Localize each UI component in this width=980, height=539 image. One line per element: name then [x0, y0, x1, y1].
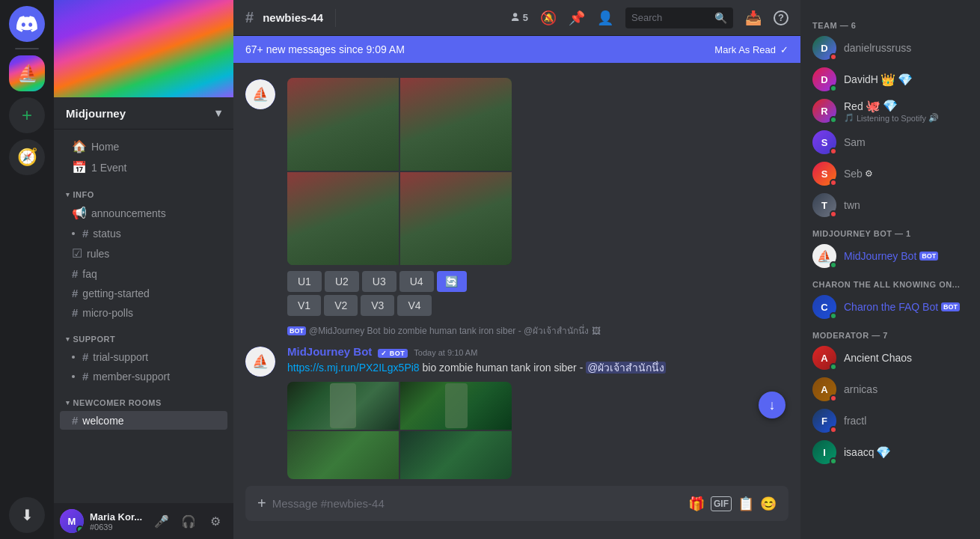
variation-2-button[interactable]: V2 [324, 295, 358, 316]
member-arnicas[interactable]: A arnicas [806, 374, 974, 404]
new-messages-banner[interactable]: 67+ new messages since 9:09 AM Mark As R… [233, 36, 800, 63]
action-buttons-row1: U1 U2 U3 U4 🔄 [287, 271, 788, 292]
refresh-button[interactable]: 🔄 [437, 271, 467, 292]
member-danielrussruss[interactable]: D danielrussruss [806, 33, 974, 63]
member-avatar: ⛵ [812, 244, 836, 268]
channel-faq[interactable]: # faq [60, 264, 227, 283]
upscale-4-button[interactable]: U4 [399, 271, 434, 292]
message-content-2: MidJourney Bot ✓ BOT Today at 9:10 AM ht… [287, 345, 788, 479]
add-content-button[interactable]: + [257, 486, 266, 521]
collapse-icon: ▾ [66, 191, 70, 198]
gem-icon: 💎 [898, 73, 913, 87]
bot-inline-indicator: BOT @MidJourney Bot bio zombie human tan… [233, 322, 800, 342]
sidebar-item-events[interactable]: 📅 1 Event [60, 157, 227, 177]
sidebar-footer: M Maria Kor... #0639 🎤 🎧 ⚙ [54, 503, 233, 539]
bot-mention: @MidJourney Bot [309, 326, 381, 336]
message-input[interactable] [272, 488, 682, 519]
mic-icon[interactable]: 🎤 [150, 509, 174, 533]
message-group-2: ⛵ MidJourney Bot ✓ BOT Today at 9:10 AM … [233, 342, 800, 485]
image-grid-2 [287, 382, 512, 479]
hash-icon: # [72, 267, 78, 280]
search-input[interactable] [631, 12, 710, 23]
mark-as-read-button[interactable]: Mark As Read ✓ [714, 44, 788, 55]
upscale-2-button[interactable]: U2 [325, 271, 359, 292]
grid-image-7 [287, 431, 399, 479]
member-avatar: S [812, 162, 836, 186]
channel-hash-icon: # [245, 9, 254, 26]
channel-status[interactable]: # status [60, 224, 227, 243]
sticker-icon[interactable]: 📋 [738, 496, 754, 512]
member-charon[interactable]: C Charon the FAQ Bot BOT [806, 292, 974, 322]
midjourney-server-icon[interactable]: ⛵ [9, 55, 45, 91]
member-name: DavidH [844, 73, 878, 85]
message-content: U1 U2 U3 U4 🔄 V1 V2 V3 V4 [287, 78, 788, 316]
channel-micro-polls[interactable]: # micro-polls [60, 303, 227, 322]
channel-rules[interactable]: ☑ rules [60, 243, 227, 264]
channel-member-support[interactable]: # member-support [60, 367, 227, 386]
member-davidh[interactable]: D DavidH 👑 💎 [806, 64, 974, 94]
speaker-icon: 🔊 [928, 113, 939, 123]
member-sam[interactable]: S Sam [806, 127, 974, 157]
discord-home-button[interactable] [9, 6, 45, 42]
channel-trial-support[interactable]: # trial-support [60, 347, 227, 366]
category-info[interactable]: ▾ INFO [54, 178, 233, 202]
headphone-icon[interactable]: 🎧 [177, 509, 200, 533]
add-server-button[interactable]: + [9, 97, 45, 133]
member-avatar: A [812, 346, 836, 370]
member-fractl[interactable]: F fractl [806, 406, 974, 436]
channel-announcements[interactable]: 📢 announcements [60, 203, 227, 223]
banner-text: 67+ new messages since 9:09 AM [245, 43, 405, 55]
explore-servers-button[interactable]: 🧭 [9, 139, 45, 175]
gem-icon: 💎 [883, 99, 898, 113]
variation-3-button[interactable]: V3 [361, 295, 394, 316]
emoji-icon[interactable]: 😊 [760, 496, 777, 512]
member-category-team: TEAM — 6 [806, 18, 974, 33]
search-bar[interactable]: 🔍 [625, 7, 733, 28]
member-avatar: C [812, 295, 836, 319]
message-link[interactable]: https://s.mj.run/PX2ILgx5Pi8 [287, 362, 420, 374]
member-name: twn [844, 199, 860, 211]
pin-icon[interactable]: 📌 [569, 10, 585, 26]
inbox-icon[interactable]: 📥 [745, 10, 762, 26]
variation-1-button[interactable]: V1 [287, 295, 321, 316]
category-newcomer-rooms[interactable]: ▾ NEWCOMER ROOMS [54, 386, 233, 410]
bottom-spacing [233, 485, 800, 486]
help-icon[interactable]: ? [774, 10, 788, 25]
messages-area: ⛵ [233, 63, 800, 486]
action-buttons-row2: V1 V2 V3 V4 [287, 295, 788, 316]
member-isaacq[interactable]: I isaacq 💎 [806, 437, 974, 467]
hash-icon: # [82, 350, 88, 363]
member-mjbot[interactable]: ⛵ MidJourney Bot BOT [806, 241, 974, 271]
image-grid [287, 78, 512, 265]
variation-4-button[interactable]: V4 [397, 295, 431, 316]
member-avatar: D [812, 67, 836, 91]
status-dot [830, 457, 837, 465]
footer-icons: 🎤 🎧 ⚙ [150, 509, 227, 533]
member-ancient-chaos[interactable]: A Ancient Chaos [806, 343, 974, 373]
member-name: isaacq [844, 446, 874, 458]
member-seb[interactable]: S Seb ⚙ [806, 159, 974, 189]
scroll-to-bottom-button[interactable]: ↓ [759, 392, 785, 418]
download-button[interactable]: ⬇ [9, 497, 45, 533]
sidebar-item-home[interactable]: 🏠 Home [60, 136, 227, 156]
upscale-1-button[interactable]: U1 [287, 271, 322, 292]
upscale-3-button[interactable]: U3 [362, 271, 396, 292]
member-red[interactable]: R Red 🐙 💎 🎵 Listening to Spotify 🔊 [806, 96, 974, 126]
grid-image-2 [400, 78, 512, 171]
gif-button[interactable]: GIF [711, 496, 732, 511]
status-dot [830, 312, 837, 320]
channel-name: newbies-44 [263, 11, 323, 24]
gift-icon[interactable]: 🎁 [688, 496, 705, 512]
member-twn[interactable]: T twn [806, 190, 974, 220]
members-list-icon[interactable]: 👤 [597, 10, 613, 26]
mute-icon[interactable]: 🔕 [540, 10, 557, 26]
server-name-bar[interactable]: Midjourney ▾ [54, 97, 233, 130]
channel-getting-started[interactable]: # getting-started [60, 284, 227, 302]
member-avatar: F [812, 409, 836, 433]
spotify-icon: 🎵 [844, 113, 854, 123]
settings-icon[interactable]: ⚙ [203, 509, 227, 533]
category-support[interactable]: ▾ SUPPORT [54, 323, 233, 347]
channel-welcome[interactable]: # welcome [60, 411, 227, 430]
message-text: https://s.mj.run/PX2ILgx5Pi8 bio zombie … [287, 361, 788, 376]
members-icon-count[interactable]: 5 [509, 12, 528, 24]
